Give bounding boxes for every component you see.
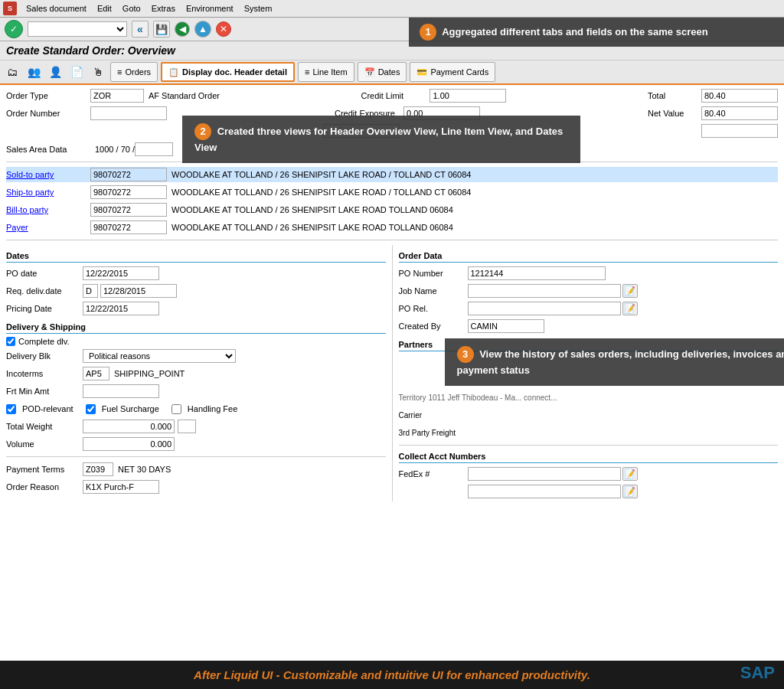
prev-button[interactable]: ◀ bbox=[175, 21, 190, 37]
menu-system[interactable]: System bbox=[244, 4, 273, 13]
incoterms-code[interactable] bbox=[83, 367, 109, 380]
payer-row: Payer WOODLAKE AT TOLLAND / 26 SHENIPSIT… bbox=[6, 220, 778, 235]
toolbar-icon-3[interactable]: 👤 bbox=[46, 63, 64, 81]
save-button[interactable]: 💾 bbox=[153, 21, 170, 38]
req-deliv-input[interactable] bbox=[100, 284, 177, 298]
acct-input-2[interactable] bbox=[468, 485, 621, 498]
order-number-input[interactable] bbox=[90, 106, 167, 120]
complete-dlv-label: Complete dlv. bbox=[18, 337, 69, 346]
total-weight-label: Total Weight bbox=[6, 422, 83, 431]
handling-fee-checkbox[interactable] bbox=[172, 404, 181, 414]
partners-row-2: Carrier bbox=[399, 407, 779, 423]
volume-input[interactable] bbox=[83, 437, 175, 451]
fedex-row: FedEx # 📝 bbox=[399, 466, 779, 482]
order-reason-input[interactable] bbox=[83, 480, 159, 494]
pricing-date-input[interactable] bbox=[83, 302, 159, 315]
dates-section-header: Dates bbox=[6, 251, 386, 263]
menu-environment[interactable]: Environment bbox=[186, 4, 234, 13]
two-col-layout: Dates PO date Req. deliv.date Pricing Da… bbox=[6, 245, 778, 501]
ship-to-input[interactable] bbox=[90, 185, 167, 199]
display-icon: 📋 bbox=[168, 67, 179, 77]
tab-payment-cards[interactable]: 💳 Payment Cards bbox=[410, 62, 495, 82]
weight-unit[interactable] bbox=[178, 420, 196, 433]
toolbar-icon-4[interactable]: 📄 bbox=[67, 63, 86, 81]
po-number-row: PO Number bbox=[399, 266, 779, 281]
pod-label: POD-relevant bbox=[22, 404, 74, 413]
sales-area-input[interactable] bbox=[135, 142, 173, 156]
frt-min-row: Frt Min Amt bbox=[6, 384, 386, 399]
po-date-input[interactable] bbox=[83, 266, 159, 280]
bill-to-row: Bill-to party WOODLAKE AT TOLLAND / 26 S… bbox=[6, 202, 778, 217]
toolbar-icon-1[interactable]: 🗂 bbox=[3, 63, 21, 81]
toolbar: ✓ « 💾 ◀ ▲ ✕ 1 Aggregated different tabs … bbox=[0, 18, 784, 41]
blank-input-2[interactable] bbox=[701, 124, 778, 138]
tab-dates[interactable]: 📅 Dates bbox=[358, 62, 407, 82]
menu-goto[interactable]: Goto bbox=[122, 4, 141, 13]
net-value-input[interactable] bbox=[701, 106, 778, 120]
tab-line-item[interactable]: ≡ Line Item bbox=[298, 62, 354, 82]
fuel-surcharge-checkbox[interactable] bbox=[86, 404, 96, 414]
toolbar-icon-2[interactable]: 👥 bbox=[24, 63, 43, 81]
menu-extras[interactable]: Extras bbox=[152, 4, 175, 13]
acct-btn-2[interactable]: 📝 bbox=[622, 485, 638, 498]
up-button[interactable]: ▲ bbox=[194, 21, 211, 38]
delivery-section-header: Delivery & Shipping bbox=[6, 322, 386, 334]
created-by-input[interactable] bbox=[468, 319, 544, 333]
payer-label[interactable]: Payer bbox=[6, 223, 90, 232]
annotation-box-1: 1 Aggregated different tabs and fields o… bbox=[409, 18, 784, 47]
ship-to-label[interactable]: Ship-to party bbox=[6, 188, 90, 197]
tab-orders[interactable]: ≡ Orders bbox=[110, 62, 158, 82]
total-input[interactable] bbox=[701, 89, 778, 103]
payer-input[interactable] bbox=[90, 220, 167, 234]
po-number-label: PO Number bbox=[399, 269, 468, 278]
complete-dlv-checkbox[interactable] bbox=[6, 337, 15, 346]
cancel-button[interactable]: ✕ bbox=[216, 21, 231, 37]
credit-limit-input[interactable] bbox=[430, 89, 506, 103]
fedex-input[interactable] bbox=[468, 467, 621, 481]
frt-min-input[interactable] bbox=[83, 384, 159, 398]
volume-label: Volume bbox=[6, 439, 83, 449]
po-rel-btn[interactable]: 📝 bbox=[622, 302, 638, 315]
payment-terms-code[interactable] bbox=[83, 462, 113, 476]
orders-icon: ≡ bbox=[117, 67, 122, 77]
back-button[interactable]: « bbox=[132, 21, 149, 38]
right-column: Order Data PO Number Job Name 📝 PO Rel. … bbox=[392, 245, 779, 501]
po-number-input[interactable] bbox=[468, 266, 606, 280]
order-type-label: Order Type bbox=[6, 91, 90, 100]
fedex-btn[interactable]: 📝 bbox=[622, 467, 638, 481]
pod-checkbox[interactable] bbox=[6, 404, 16, 414]
annotation-text-2: Created three views for Header Overview … bbox=[194, 126, 563, 153]
job-name-btn[interactable]: 📝 bbox=[622, 284, 638, 298]
tab-display-header[interactable]: 📋 Display doc. Header detail bbox=[161, 62, 295, 82]
bill-to-label[interactable]: Bill-to party bbox=[6, 205, 90, 214]
delivery-blk-select[interactable]: Political reasons bbox=[83, 349, 236, 363]
sap-logo: SAP bbox=[740, 663, 775, 683]
delivery-blk-row: Delivery Blk Political reasons bbox=[6, 348, 386, 364]
blank-acct-row: 📝 bbox=[399, 484, 779, 499]
payment-terms-label: Payment Terms bbox=[6, 465, 83, 474]
sales-area-value: 1000 / 70 / bbox=[95, 145, 135, 154]
order-data-header: Order Data bbox=[399, 251, 779, 263]
job-name-input[interactable] bbox=[468, 284, 621, 298]
payment-cards-label: Payment Cards bbox=[430, 67, 488, 77]
order-reason-label: Order Reason bbox=[6, 482, 83, 491]
net-value-label: Net Value bbox=[648, 109, 701, 118]
order-type-input[interactable] bbox=[90, 89, 144, 103]
bill-to-input[interactable] bbox=[90, 203, 167, 217]
sold-to-label[interactable]: Sold-to party bbox=[6, 170, 90, 179]
payment-icon: 💳 bbox=[416, 67, 427, 77]
toolbar-icon-5[interactable]: 🖱 bbox=[89, 63, 107, 81]
toolbar-dropdown[interactable] bbox=[28, 21, 127, 37]
total-weight-input[interactable] bbox=[83, 420, 175, 433]
total-label: Total bbox=[648, 91, 701, 100]
complete-dlv-row: Complete dlv. bbox=[6, 337, 386, 346]
menu-sales-document[interactable]: Sales document bbox=[26, 4, 87, 13]
check-button[interactable]: ✓ bbox=[5, 20, 23, 38]
req-deliv-type[interactable] bbox=[83, 284, 98, 298]
partners-row-1: Territory 1011 Jeff Thibodeau - Ma... co… bbox=[399, 390, 779, 405]
po-rel-input[interactable] bbox=[468, 302, 621, 315]
footer-text: After Liquid UI - Customizable and intui… bbox=[194, 668, 590, 681]
sold-to-input[interactable] bbox=[90, 168, 167, 181]
incoterms-row: Incoterms SHIPPING_POINT bbox=[6, 366, 386, 381]
menu-edit[interactable]: Edit bbox=[97, 4, 112, 13]
